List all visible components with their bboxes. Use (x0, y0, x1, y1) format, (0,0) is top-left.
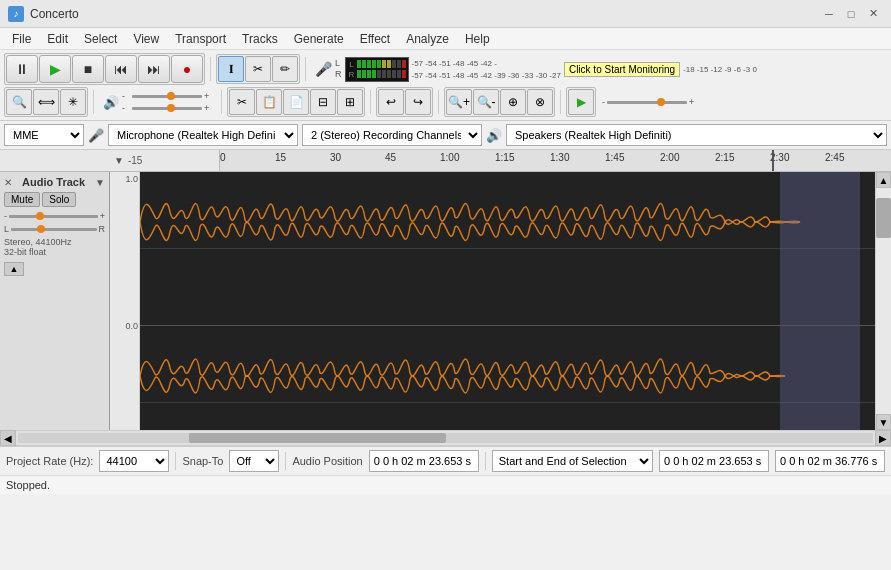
audio-position-input[interactable] (369, 450, 479, 472)
trim-button[interactable]: ⊟ (310, 89, 336, 115)
audio-track: ✕ Audio Track ▼ Mute Solo - + (0, 172, 875, 430)
tm-45: 45 (385, 152, 396, 163)
zoom-sel-button[interactable]: ⊕ (500, 89, 526, 115)
app-title: Concerto (30, 7, 819, 21)
redo-button[interactable]: ↪ (405, 89, 431, 115)
menu-effect[interactable]: Effect (352, 30, 398, 48)
minimize-button[interactable]: ─ (819, 5, 839, 23)
snap-to-select[interactable]: Off (229, 450, 279, 472)
menu-view[interactable]: View (125, 30, 167, 48)
close-button[interactable]: ✕ (863, 5, 883, 23)
track-up-button[interactable]: ▲ (4, 262, 24, 276)
gain-slider[interactable] (9, 215, 98, 218)
pan-thumb[interactable] (37, 225, 45, 233)
interface-select[interactable]: MME (4, 124, 84, 146)
output-select[interactable]: Speakers (Realtek High Definiti) (506, 124, 887, 146)
main-tracks-area: ✕ Audio Track ▼ Mute Solo - + (0, 172, 891, 430)
multi-tool[interactable]: ✳ (60, 89, 86, 115)
tm-1-30: 1:30 (550, 152, 569, 163)
menu-generate[interactable]: Generate (286, 30, 352, 48)
output-pan-thumb[interactable] (167, 104, 175, 112)
toolbar-sep-6 (438, 90, 439, 114)
audio-track-arrow[interactable]: ▼ (95, 177, 105, 188)
scroll-up-arrow[interactable]: ▲ (876, 172, 891, 188)
menu-analyze[interactable]: Analyze (398, 30, 457, 48)
zoom-fit-button[interactable]: ⊗ (527, 89, 553, 115)
selection-tool[interactable]: 𝐈 (218, 56, 244, 82)
copy-button[interactable]: 📋 (256, 89, 282, 115)
selection-end-input[interactable] (775, 450, 885, 472)
status-sep-2 (285, 452, 286, 470)
scroll-down-arrow[interactable]: ▼ (876, 414, 891, 430)
toolbar-sep-5 (370, 90, 371, 114)
record-button[interactable]: ● (171, 55, 203, 83)
menu-select[interactable]: Select (76, 30, 125, 48)
audio-track-waveform[interactable] (140, 172, 875, 430)
stop-button[interactable]: ■ (72, 55, 104, 83)
vu-meter-left: L R (345, 57, 409, 82)
tm-15: 15 (275, 152, 286, 163)
skip-forward-button[interactable]: ⏭ (138, 55, 170, 83)
menu-transport[interactable]: Transport (167, 30, 234, 48)
output-volume-area: 🔊 - + - + (99, 91, 216, 113)
draw-tool[interactable]: ✏ (272, 56, 298, 82)
zoom-in-tool[interactable]: 🔍 (6, 89, 32, 115)
solo-button[interactable]: Solo (42, 192, 76, 207)
mute-button[interactable]: Mute (4, 192, 40, 207)
cut-button[interactable]: ✂ (229, 89, 255, 115)
audio-track-scale: 1.0 0.0 -1.0 (110, 172, 140, 430)
lr-labels-left: LR (335, 58, 342, 80)
timeline-ruler: ▼ -15 0 15 30 45 1:00 1:15 1:30 1:45 2:0… (0, 150, 891, 172)
waveform-bottom (140, 326, 875, 430)
hscroll-thumb[interactable] (189, 433, 446, 443)
gain-thumb[interactable] (36, 212, 44, 220)
menu-help[interactable]: Help (457, 30, 498, 48)
play-sel-button[interactable]: ▶ (568, 89, 594, 115)
playback-vol-area: - + (598, 97, 698, 107)
silence-button[interactable]: ⊞ (337, 89, 363, 115)
tm-1-45: 1:45 (605, 152, 624, 163)
output-vol-thumb[interactable] (167, 92, 175, 100)
menu-edit[interactable]: Edit (39, 30, 76, 48)
timeline-inner[interactable]: 0 15 30 45 1:00 1:15 1:30 1:45 2:00 2:15… (220, 150, 891, 171)
tm-2-45: 2:45 (825, 152, 844, 163)
monitor-button[interactable]: Click to Start Monitoring (564, 62, 680, 77)
maximize-button[interactable]: □ (841, 5, 861, 23)
microphone-select[interactable]: Microphone (Realtek High Defini (108, 124, 298, 146)
scroll-thumb[interactable] (876, 198, 891, 238)
toolbar-sep-1 (210, 57, 211, 81)
statusbar-bottom: Project Rate (Hz): 44100 Snap-To Off Aud… (0, 446, 891, 475)
envelope-tool[interactable]: ✂ (245, 56, 271, 82)
scroll-thumb-area[interactable] (876, 188, 891, 414)
hscroll-right-arrow[interactable]: ▶ (875, 430, 891, 446)
menu-tracks[interactable]: Tracks (234, 30, 286, 48)
time-shift-tool[interactable]: ⟺ (33, 89, 59, 115)
pan-slider[interactable] (11, 228, 96, 231)
toolbar-sep-2 (305, 57, 306, 81)
project-rate-select[interactable]: 44100 (99, 450, 169, 472)
channels-select[interactable]: 2 (Stereo) Recording Channels (302, 124, 482, 146)
zoom-in-button[interactable]: 🔍+ (446, 89, 472, 115)
menu-file[interactable]: File (4, 30, 39, 48)
play-button[interactable]: ▶ (39, 55, 71, 83)
tm-30: 30 (330, 152, 341, 163)
zoom-out-button[interactable]: 🔍- (473, 89, 499, 115)
titlebar: ♪ Concerto ─ □ ✕ (0, 0, 891, 28)
device-bar: MME 🎤 Microphone (Realtek High Defini 2 … (0, 121, 891, 150)
pause-button[interactable]: ⏸ (6, 55, 38, 83)
audio-track-close[interactable]: ✕ (4, 177, 12, 188)
horizontal-scrollbar: ◀ ▶ (0, 430, 891, 446)
audio-track-header: ✕ Audio Track ▼ (4, 176, 105, 188)
playhead (772, 150, 774, 171)
undo-button[interactable]: ↩ (378, 89, 404, 115)
menubar: File Edit Select View Transport Tracks G… (0, 28, 891, 50)
selection-start-input[interactable] (659, 450, 769, 472)
playback-vol-thumb[interactable] (657, 98, 665, 106)
playback-extra: ▶ (566, 87, 596, 117)
skip-back-button[interactable]: ⏮ (105, 55, 137, 83)
transport-controls: ⏸ ▶ ■ ⏮ ⏭ ● (4, 53, 205, 85)
hscroll-track[interactable] (18, 433, 873, 443)
paste-button[interactable]: 📄 (283, 89, 309, 115)
selection-mode-select[interactable]: Start and End of Selection (492, 450, 653, 472)
hscroll-left-arrow[interactable]: ◀ (0, 430, 16, 446)
